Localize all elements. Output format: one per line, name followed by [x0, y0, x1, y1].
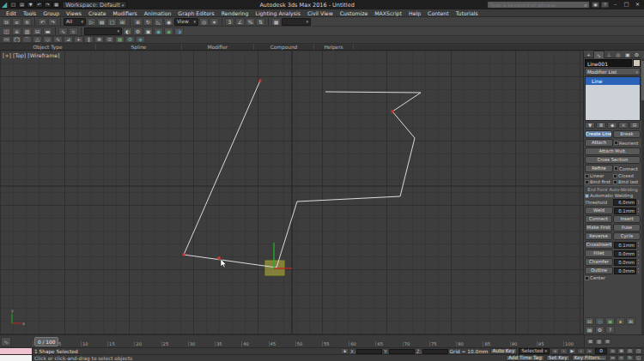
undo-icon[interactable]: ↶ [38, 18, 47, 26]
timeline-tick[interactable]: 90 [510, 341, 518, 346]
weld-spinner[interactable]: 0.1mm▴▾ [614, 208, 641, 214]
weld-tool-icon[interactable]: ⊙ [105, 36, 114, 43]
spinner-down-icon[interactable]: ▾ [636, 202, 641, 205]
timeline-tick[interactable]: 15 [107, 341, 115, 346]
select-and-manipulate-icon[interactable]: ∗ [210, 18, 219, 26]
show-end-result-icon[interactable]: ≣ [596, 122, 606, 129]
auto-key-button[interactable]: Auto Key [490, 348, 518, 354]
schematic-view-icon[interactable]: ⌗ [69, 27, 78, 35]
lock-ui-icon[interactable]: ∎ [616, 317, 625, 325]
menu-create[interactable]: Create [85, 10, 110, 16]
zoom-icon[interactable]: ⊙ [609, 348, 617, 354]
reverse-button[interactable]: Reverse [585, 232, 612, 240]
align-icon[interactable]: ≡ [12, 27, 21, 35]
redo-icon[interactable]: ↷ [44, 2, 52, 8]
tab-modify[interactable]: ∿ [593, 51, 605, 58]
timeline-tick[interactable]: 20 [134, 341, 142, 346]
orbit-icon[interactable]: ↻ [626, 355, 634, 361]
automatic-welding-checkbox[interactable]: Automatic Welding [585, 193, 641, 198]
closed-checkbox[interactable]: Closed [613, 173, 641, 178]
tab-utilities[interactable]: ⚙ [632, 51, 641, 58]
spline-vertex-tick[interactable] [392, 111, 394, 113]
menu-lighting-analysis[interactable]: Lighting Analysis [252, 10, 303, 16]
curve-editor-icon[interactable]: ∿ [58, 27, 68, 35]
viewport-canvas[interactable]: xy [0, 51, 584, 334]
arc-tool-icon[interactable]: ⌒ [22, 36, 32, 43]
spinner-down-icon[interactable]: ▾ [636, 271, 641, 274]
menu-edit[interactable]: Edit [3, 10, 20, 16]
reference-coordinate-system-dropdown[interactable]: View▾ [174, 18, 198, 26]
menu-rendering[interactable]: Rendering [218, 10, 252, 16]
make-first-button[interactable]: Make First [585, 224, 612, 232]
time-tag-icon[interactable]: ▥ [595, 339, 603, 345]
time-slider-handle[interactable]: 0 / 100 [34, 337, 58, 346]
isolate-selection-icon[interactable]: ◎ [595, 317, 605, 325]
selection-lock-toggle-icon[interactable]: ∎ [341, 348, 349, 354]
ribbon-section-helpers[interactable]: Helpers [314, 44, 354, 50]
spinner-snap-icon[interactable]: ⇅ [256, 18, 265, 26]
key-filters-button[interactable]: Key Filters... [572, 355, 607, 361]
selection-lock-icon[interactable]: ⊠ [586, 339, 594, 345]
menu-tutorials[interactable]: Tutorials [453, 10, 482, 16]
menu-graph-editors[interactable]: Graph Editors [174, 10, 217, 16]
timeline-tick[interactable]: 85 [483, 341, 490, 346]
add-tool-icon[interactable]: + [74, 36, 83, 43]
cycle-button[interactable]: Cycle [613, 232, 641, 240]
viewport-shading-menu[interactable]: [Wireframe] [27, 52, 59, 58]
insert-button[interactable]: Insert [613, 215, 641, 223]
fillet-spinner[interactable]: 0.0mm▴▾ [614, 250, 641, 257]
y-value-field[interactable] [389, 349, 415, 354]
menu-animation[interactable]: Animation [141, 10, 175, 16]
maxscript-mini-listener-macro[interactable] [0, 348, 33, 354]
freeform-tool-icon[interactable]: ∿ [53, 36, 63, 43]
boolean-tool-icon[interactable]: ⊗ [94, 36, 104, 43]
select-and-place-icon[interactable]: ◉ [164, 18, 173, 26]
timeline-tick[interactable]: 55 [322, 341, 330, 346]
object-color-swatch[interactable] [633, 59, 641, 67]
sign-in-icon[interactable]: ◉ [592, 2, 599, 8]
attach-mult-button[interactable]: Attach Mult. [585, 147, 641, 155]
viewport-general-menu[interactable]: [+] [3, 52, 11, 58]
outline-button[interactable]: Outline [585, 267, 613, 274]
menu-maxscript[interactable]: MAXScript [371, 10, 405, 16]
circle-tool-icon[interactable]: ◯ [12, 36, 21, 43]
spinner-down-icon[interactable]: ▾ [636, 245, 641, 248]
timeline-tick[interactable]: 70 [403, 341, 410, 346]
render-setup-icon[interactable]: ⚙ [133, 27, 143, 35]
grid-tool-icon[interactable]: ▦ [115, 36, 125, 43]
menu-tools[interactable]: Tools [20, 10, 39, 16]
diamond-tool-icon[interactable]: ◇ [43, 36, 52, 43]
x-value-field[interactable] [356, 349, 382, 354]
bind-to-space-warp-icon[interactable]: ≋ [22, 18, 32, 26]
triangle-tool-icon[interactable]: △ [33, 36, 42, 43]
scene-explorer-icon[interactable]: ⊟ [33, 27, 42, 35]
app-logo-icon[interactable]: ◢ [2, 2, 7, 9]
mirror-icon[interactable]: ◫ [2, 27, 11, 35]
open-file-icon[interactable]: ▤ [18, 2, 26, 8]
layer-manager-icon[interactable]: ▥ [22, 27, 32, 35]
use-pivot-center-icon[interactable]: ◎ [199, 18, 209, 26]
undo-icon[interactable]: ↶ [35, 2, 43, 8]
mini-curve-editor-button[interactable]: ∿ [1, 337, 11, 346]
timeline-tick[interactable]: 10 [81, 341, 88, 346]
configure-modifier-sets-icon[interactable]: ⊟ [629, 122, 640, 129]
pin-stack-icon[interactable]: ▼ [585, 122, 595, 129]
select-and-rotate-icon[interactable]: ↻ [143, 18, 153, 26]
redo-icon[interactable]: ↷ [48, 18, 58, 26]
project-folder-icon[interactable]: ▦ [52, 2, 60, 8]
menu-modifiers[interactable]: Modifiers [110, 10, 141, 16]
maxscript-mini-listener-input[interactable] [0, 355, 33, 361]
field-of-view-icon[interactable]: ◇ [617, 355, 625, 361]
menu-content[interactable]: Content [424, 10, 453, 16]
go-to-end-icon[interactable]: » [586, 348, 593, 354]
go-to-start-icon[interactable]: « [551, 348, 559, 354]
viewport-top[interactable]: xy [+][Top][Wireframe] [0, 51, 584, 334]
gem-tool-icon[interactable]: ◈ [136, 36, 145, 43]
z-value-field[interactable] [422, 349, 448, 354]
panel-settings-icon[interactable]: ⚙ [595, 326, 605, 334]
zoom-extents-icon[interactable]: ⊡ [626, 348, 634, 354]
fillet-button[interactable]: Fillet [585, 250, 613, 257]
zoom-region-icon[interactable]: ◳ [635, 348, 642, 354]
spline-segment[interactable] [184, 81, 276, 268]
break-button[interactable]: Break [613, 130, 641, 138]
